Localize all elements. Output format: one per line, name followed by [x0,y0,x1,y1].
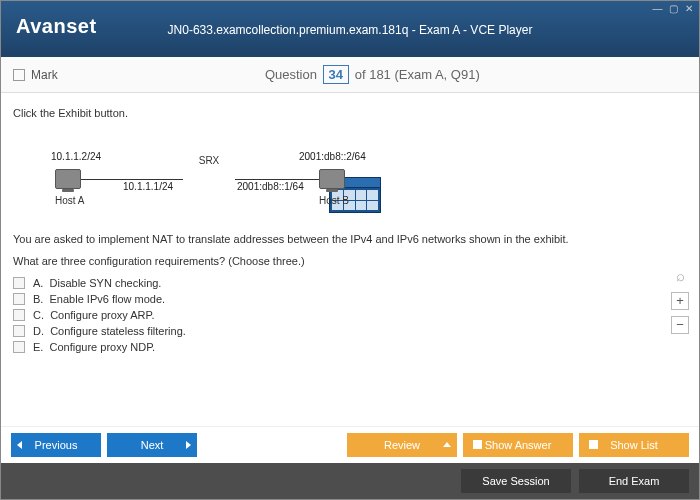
hostB-ip: 2001:db8::2/64 [299,151,366,162]
hostA-ip: 10.1.1.2/24 [51,151,101,162]
checkbox-icon[interactable] [13,293,25,305]
save-session-button[interactable]: Save Session [461,469,571,493]
magnifier-icon[interactable]: ⌕ [671,268,689,286]
question-content: Click the Exhibit button. 10.1.1.2/24 10… [1,93,699,426]
hostA-label: Host A [55,195,84,206]
previous-button[interactable]: Previous [11,433,101,457]
srx-right-ip: 2001:db8::1/64 [237,181,304,192]
app-window: Avanset — ▢ ✕ JN0-633.examcollection.pre… [0,0,700,500]
session-bar: Save Session End Exam [1,463,699,499]
title-bar: Avanset — ▢ ✕ JN0-633.examcollection.pre… [1,1,699,57]
mark-label[interactable]: Mark [31,68,58,82]
checkbox-icon[interactable] [13,341,25,353]
option-b[interactable]: B. Enable IPv6 flow mode. [13,293,687,305]
show-list-button[interactable]: Show List [579,433,689,457]
option-d[interactable]: D. Configure stateless filtering. [13,325,687,337]
checkbox-icon[interactable] [13,277,25,289]
nav-bar: Previous Next Review Show Answer Show Li… [1,426,699,463]
hostB-label: Host B [319,195,349,206]
network-diagram: 10.1.1.2/24 10.1.1.1/24 2001:db8::1/64 2… [37,129,687,219]
question-sub: What are three configuration requirement… [13,255,687,267]
next-button[interactable]: Next [107,433,197,457]
question-number-box: 34 [323,65,349,84]
zoom-in-button[interactable]: + [671,292,689,310]
app-logo: Avanset [16,15,97,38]
option-c[interactable]: C. Configure proxy ARP. [13,309,687,321]
checkbox-icon[interactable] [13,309,25,321]
option-a[interactable]: A. Disable SYN checking. [13,277,687,289]
show-answer-button[interactable]: Show Answer [463,433,573,457]
srx-left-ip: 10.1.1.1/24 [123,181,173,192]
review-button[interactable]: Review [347,433,457,457]
checkbox-icon[interactable] [13,325,25,337]
question-position: Question 34 of 181 (Exam A, Q91) [58,65,687,84]
mark-checkbox[interactable] [13,69,25,81]
srx-device: SRX [183,153,235,166]
question-text: You are asked to implement NAT to transl… [13,233,687,245]
hostA: Host A [55,169,84,206]
answer-options: A. Disable SYN checking. B. Enable IPv6 … [13,277,687,353]
window-title: JN0-633.examcollection.premium.exam.181q… [1,1,699,37]
option-e[interactable]: E. Configure proxy NDP. [13,341,687,353]
zoom-controls: ⌕ + − [671,268,689,334]
computer-icon [319,169,345,189]
window-controls[interactable]: — ▢ ✕ [652,3,695,14]
exhibit-instruction: Click the Exhibit button. [13,107,687,119]
link-right [235,179,319,180]
link-left [81,179,183,180]
hostB: Host B [319,169,349,206]
zoom-out-button[interactable]: − [671,316,689,334]
computer-icon [55,169,81,189]
end-exam-button[interactable]: End Exam [579,469,689,493]
question-header: Mark Question 34 of 181 (Exam A, Q91) [1,57,699,93]
srx-label: SRX [183,155,235,166]
